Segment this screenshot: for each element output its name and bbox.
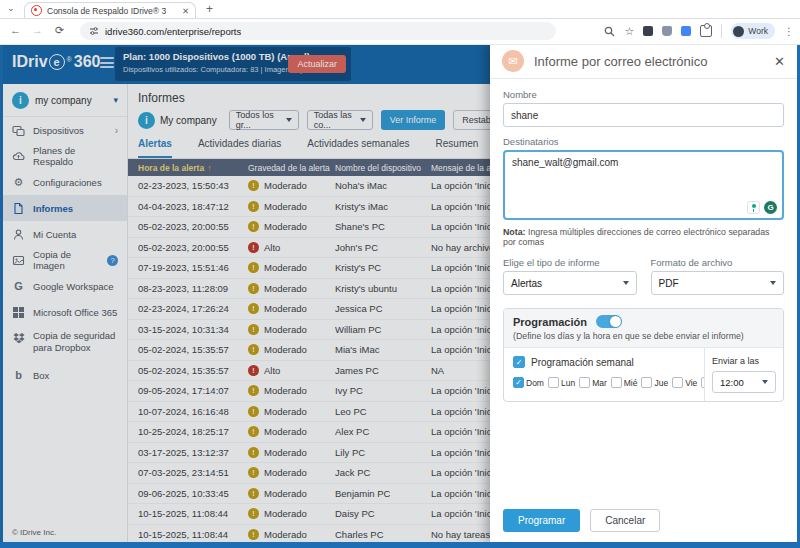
browser-tab[interactable]: Consola de Respaldo IDrive® 3 ✕ xyxy=(24,2,196,18)
caret-down-icon xyxy=(623,281,629,285)
back-icon[interactable]: ← xyxy=(10,24,21,36)
schedule-subtitle: (Define los días y la hora en que se deb… xyxy=(513,331,774,341)
schedule-header: Programación (Define los días y la hora … xyxy=(504,309,783,348)
address-bar[interactable]: idrive360.com/enterprise/reports xyxy=(80,22,556,40)
url-text: idrive360.com/enterprise/reports xyxy=(105,26,241,37)
extension-icon-3[interactable] xyxy=(681,26,691,36)
profile-name: Work xyxy=(748,26,768,36)
schedule-submit-button[interactable]: Programar xyxy=(503,509,580,532)
tab-search-icon[interactable]: ⌄ xyxy=(7,3,15,13)
site-settings-icon[interactable] xyxy=(89,26,99,36)
cancel-button[interactable]: Cancelar xyxy=(590,509,660,532)
browser-tab-strip: ⌄ Consola de Respaldo IDrive® 3 ✕ + xyxy=(0,0,800,19)
envelope-icon: ✉ xyxy=(502,50,524,72)
browser-toolbar: ← → ⟳ idrive360.com/enterprise/reports ☆… xyxy=(0,19,800,45)
file-format-select[interactable]: PDF xyxy=(651,271,785,295)
note-text: Nota: Ingresa múltiples direcciones de c… xyxy=(503,227,784,247)
days-row: ✓DomLunMarMiéJueVieSáb xyxy=(513,377,695,388)
tab-close-icon[interactable]: ✕ xyxy=(182,6,189,16)
checkbox-icon xyxy=(672,377,683,388)
name-label: Nombre xyxy=(503,89,784,100)
page-frame-bottom xyxy=(0,542,800,548)
recipients-textarea[interactable]: shane_walt@gmail.com G xyxy=(503,150,784,220)
day-checkbox-vie[interactable]: Vie xyxy=(672,377,697,388)
weekly-schedule-checkbox[interactable]: ✓ Programación semanal xyxy=(513,356,695,368)
report-type-select[interactable]: Alertas xyxy=(503,271,637,295)
new-tab-button[interactable]: + xyxy=(206,2,213,16)
file-format-label: Formato de archivo xyxy=(651,257,785,268)
checkbox-icon xyxy=(611,377,622,388)
schedule-box: Programación (Define los días y la hora … xyxy=(503,308,784,402)
grammar-assistant-icon[interactable] xyxy=(747,201,760,214)
grammarly-icon[interactable]: G xyxy=(764,201,777,214)
day-checkbox-dom[interactable]: ✓Dom xyxy=(513,377,544,388)
schedule-toggle[interactable] xyxy=(596,315,622,328)
report-type-label: Elige el tipo de informe xyxy=(503,257,637,268)
checkbox-icon xyxy=(579,377,590,388)
send-at-label: Enviar a las xyxy=(712,356,776,366)
idrive-favicon xyxy=(31,5,42,16)
panel-header: ✉ Informe por correo electrónico ✕ xyxy=(490,44,797,79)
name-input[interactable]: shane xyxy=(503,103,784,127)
browser-menu-icon[interactable]: ⋮ xyxy=(784,26,794,37)
send-time-area: Enviar a las 12:00 xyxy=(704,348,783,401)
caret-down-icon xyxy=(770,281,776,285)
recipients-label: Destinatarios xyxy=(503,136,784,147)
reload-icon[interactable]: ⟳ xyxy=(55,24,64,37)
schedule-days-area: ✓ Programación semanal ✓DomLunMarMiéJueV… xyxy=(504,348,704,401)
day-checkbox-jue[interactable]: Jue xyxy=(641,377,668,388)
profile-chip[interactable]: Work xyxy=(731,23,775,39)
close-icon[interactable]: ✕ xyxy=(774,54,785,69)
checkbox-icon: ✓ xyxy=(513,377,524,388)
checkbox-icon xyxy=(548,377,559,388)
extension-icon-1[interactable] xyxy=(643,26,653,36)
schedule-title: Programación xyxy=(513,316,587,328)
panel-title: Informe por correo electrónico xyxy=(534,54,764,69)
panel-body: Nombre shane Destinatarios shane_walt@gm… xyxy=(490,79,797,542)
send-time-select[interactable]: 12:00 xyxy=(712,371,776,393)
extension-icon-2[interactable] xyxy=(662,26,672,36)
day-checkbox-lun[interactable]: Lun xyxy=(548,377,575,388)
day-checkbox-mié[interactable]: Mié xyxy=(611,377,638,388)
forward-icon[interactable]: → xyxy=(32,24,43,36)
extensions-puzzle-icon[interactable] xyxy=(700,25,712,37)
checkbox-icon: ✓ xyxy=(513,356,525,368)
toolbar-divider xyxy=(721,24,722,38)
avatar xyxy=(733,26,744,37)
day-checkbox-mar[interactable]: Mar xyxy=(579,377,607,388)
textarea-addon-icons: G xyxy=(747,201,777,214)
caret-down-icon xyxy=(762,380,768,384)
bookmark-star-icon[interactable]: ☆ xyxy=(624,25,634,38)
email-report-panel: ✉ Informe por correo electrónico ✕ Nombr… xyxy=(490,44,797,542)
search-icon[interactable] xyxy=(604,26,615,37)
tab-title: Consola de Respaldo IDrive® 3 xyxy=(47,6,177,16)
checkbox-icon xyxy=(641,377,652,388)
